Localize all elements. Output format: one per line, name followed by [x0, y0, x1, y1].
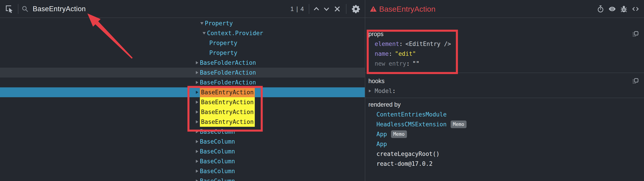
prop-row[interactable]: element:<EditEntry />: [365, 39, 644, 49]
chevron-collapsed-icon[interactable]: [194, 156, 200, 166]
inspector-actions: [596, 0, 640, 18]
tree-row[interactable]: Property: [0, 18, 365, 28]
rendered-by-list: ContentEntriesModuleHeadlessCMSExtension…: [365, 110, 644, 169]
owner-link[interactable]: App: [376, 139, 387, 149]
tree-row[interactable]: BaseColumn: [0, 176, 365, 181]
chevron-collapsed-icon[interactable]: [194, 68, 200, 78]
chevron-collapsed-icon[interactable]: [194, 146, 200, 156]
owner-text: createLegacyRoot(): [376, 149, 440, 159]
hook-row[interactable]: Model:: [365, 86, 644, 96]
tree-row[interactable]: BaseFolderAction: [0, 58, 365, 68]
tree-row[interactable]: BaseColumn: [0, 127, 365, 137]
rendered-by-item: AppMemo: [365, 129, 644, 139]
tree-row[interactable]: BaseFolderAction: [0, 78, 365, 87]
component-name: Property: [209, 40, 237, 46]
component-name: BaseColumn: [200, 168, 235, 174]
component-name: BaseFolderAction: [200, 59, 256, 66]
chevron-collapsed-icon[interactable]: [194, 97, 200, 107]
chevron-collapsed-icon[interactable]: [194, 176, 200, 181]
tree-row[interactable]: Property: [0, 48, 365, 58]
chevron-collapsed-icon[interactable]: [194, 166, 200, 176]
prop-key: new entry: [375, 60, 406, 67]
rendered-by-item: ContentEntriesModule: [365, 110, 644, 120]
tree-row[interactable]: BaseColumn: [0, 166, 365, 176]
inspected-component-title: BaseEntryAction: [379, 0, 436, 18]
tree-row[interactable]: BaseEntryAction: [0, 107, 365, 117]
component-name: Context.Provider: [207, 30, 263, 36]
inspect-element-icon[interactable]: [5, 4, 14, 14]
props-section: props element:<EditEntry />name:"edit"ne…: [365, 18, 644, 73]
rendered-by-item: App: [365, 139, 644, 149]
tree-row[interactable]: BaseEntryAction: [0, 117, 365, 127]
react-devtools-components-panel: BaseEntryAction 1 | 4 PropertyContext.Pr…: [0, 0, 644, 181]
chevron-collapsed-icon[interactable]: [194, 117, 200, 127]
toolbar-divider: [18, 4, 18, 14]
search-icon: [21, 5, 29, 13]
owner-link[interactable]: ContentEntriesModule: [376, 110, 446, 120]
component-name: BaseEntryAction: [200, 87, 255, 97]
toolbar-divider: [309, 4, 309, 14]
chevron-expanded-icon[interactable]: [199, 18, 205, 28]
clear-search-button[interactable]: [333, 4, 342, 14]
rendered-by-label: rendered by: [365, 100, 644, 110]
search-result-counter: 1 | 4: [290, 0, 304, 18]
tree-row[interactable]: Property: [0, 38, 365, 48]
owner-link[interactable]: App: [376, 129, 387, 139]
search-input[interactable]: BaseEntryAction: [33, 0, 86, 18]
eye-icon[interactable]: [608, 5, 616, 13]
tree-row[interactable]: BaseColumn: [0, 156, 365, 166]
bug-icon[interactable]: [620, 5, 628, 13]
tree-row[interactable]: BaseEntryAction: [0, 97, 365, 107]
component-name: BaseColumn: [200, 138, 235, 145]
tree-row[interactable]: BaseColumn: [0, 137, 365, 146]
chevron-expanded-icon[interactable]: [201, 28, 207, 38]
hooks-section-label: hooks: [365, 76, 644, 86]
component-name: BaseFolderAction: [200, 79, 256, 86]
toolbar-divider: [346, 4, 346, 14]
chevron-collapsed-icon[interactable]: [194, 58, 200, 68]
prop-value: <EditEntry />: [405, 40, 451, 47]
prop-value: "": [412, 60, 420, 67]
chevron-collapsed-icon[interactable]: [194, 78, 200, 87]
component-name: BaseColumn: [200, 128, 235, 135]
colon: :: [399, 40, 403, 47]
previous-match-button[interactable]: [312, 4, 321, 14]
inspector-panel: BaseEntryAction props element:<EditEntry…: [365, 0, 644, 181]
memo-badge: Memo: [391, 130, 407, 138]
chevron-spacer: [204, 38, 209, 48]
stopwatch-icon[interactable]: [596, 5, 604, 13]
component-name: BaseEntryAction: [200, 107, 255, 117]
chevron-collapsed-icon[interactable]: [194, 107, 200, 117]
tree-row[interactable]: BaseEntryAction: [0, 87, 365, 97]
settings-gear-icon[interactable]: [351, 4, 361, 14]
chevron-collapsed-icon[interactable]: [194, 137, 200, 146]
component-name: Property: [209, 50, 237, 56]
prop-row[interactable]: new entry:"": [365, 59, 644, 68]
component-name: BaseColumn: [200, 178, 235, 181]
props-section-label: props: [365, 29, 644, 39]
tree-row[interactable]: BaseFolderAction: [0, 68, 365, 78]
component-name: Property: [205, 20, 233, 27]
prop-row[interactable]: name:"edit": [365, 49, 644, 59]
component-name: BaseEntryAction: [200, 117, 255, 127]
code-brackets-icon[interactable]: [632, 5, 640, 13]
chevron-collapsed-icon[interactable]: [369, 90, 375, 92]
inspector-header: BaseEntryAction: [365, 0, 644, 18]
colon: :: [406, 60, 410, 67]
chevron-collapsed-icon[interactable]: [194, 127, 200, 137]
component-tree: PropertyContext.ProviderPropertyProperty…: [0, 18, 365, 181]
owner-link[interactable]: HeadlessCMSExtension: [376, 120, 446, 129]
tree-row[interactable]: Context.Provider: [0, 28, 365, 38]
tree-row[interactable]: BaseColumn: [0, 146, 365, 156]
colon: :: [389, 50, 392, 57]
copy-hooks-icon[interactable]: [632, 78, 639, 85]
prop-key: element: [375, 40, 399, 47]
colon: :: [392, 86, 396, 96]
component-name: BaseColumn: [200, 158, 235, 165]
component-name: BaseEntryAction: [200, 97, 255, 107]
tree-toolbar: BaseEntryAction 1 | 4: [0, 0, 365, 18]
copy-props-icon[interactable]: [632, 30, 639, 38]
next-match-button[interactable]: [322, 4, 331, 14]
chevron-collapsed-icon[interactable]: [194, 87, 200, 97]
component-name: BaseColumn: [200, 148, 235, 155]
